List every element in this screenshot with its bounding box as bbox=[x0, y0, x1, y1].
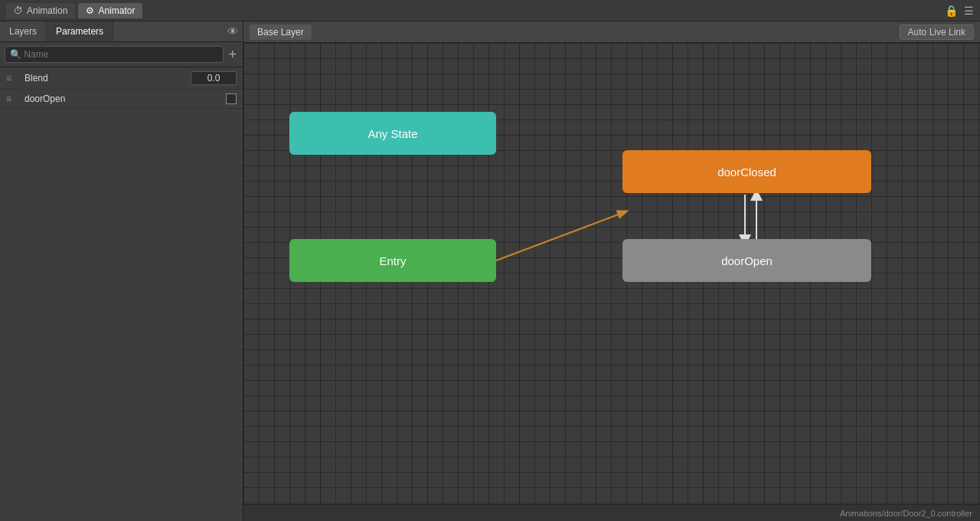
animator-tab[interactable]: ⚙ Animator bbox=[78, 3, 142, 18]
graph-canvas[interactable]: Any State Entry doorClosed doorOpen bbox=[243, 43, 980, 504]
param-item-dooropen[interactable]: ≡ doorOpen bbox=[0, 90, 243, 109]
param-blend-value[interactable] bbox=[191, 71, 237, 85]
left-panel: Layers Parameters 👁 + ≡ Blend ≡ doorOpen bbox=[0, 21, 243, 521]
param-blend-name: Blend bbox=[24, 73, 185, 84]
lock-icon[interactable]: 🔒 bbox=[945, 5, 958, 17]
param-dooropen-checkbox[interactable] bbox=[226, 93, 237, 104]
node-door-closed[interactable]: doorClosed bbox=[622, 150, 871, 193]
graph-header: Base Layer Auto Live Link bbox=[243, 21, 980, 43]
param-blend-icon: ≡ bbox=[6, 73, 18, 84]
animation-tab[interactable]: ⏱ Animation bbox=[6, 3, 75, 18]
menu-icon[interactable]: ☰ bbox=[964, 5, 974, 17]
param-dooropen-name: doorOpen bbox=[24, 93, 220, 104]
parameters-tab[interactable]: Parameters bbox=[47, 21, 113, 41]
parameter-list: ≡ Blend ≡ doorOpen bbox=[0, 67, 243, 521]
node-door-open[interactable]: doorOpen bbox=[622, 239, 871, 282]
search-input[interactable] bbox=[5, 46, 224, 63]
search-bar: + bbox=[0, 42, 243, 67]
main-layout: Layers Parameters 👁 + ≡ Blend ≡ doorOpen bbox=[0, 21, 980, 521]
status-bar: Animations/door/Door2_0.controller bbox=[243, 504, 980, 521]
param-dooropen-icon: ≡ bbox=[6, 93, 18, 104]
eye-button[interactable]: 👁 bbox=[227, 25, 238, 38]
animator-tab-icon: ⚙ bbox=[86, 5, 94, 16]
layers-tab[interactable]: Layers bbox=[0, 21, 47, 41]
param-item-blend[interactable]: ≡ Blend bbox=[0, 67, 243, 90]
animation-tab-icon: ⏱ bbox=[14, 5, 23, 16]
svg-line-2 bbox=[496, 211, 626, 260]
top-bar: ⏱ Animation ⚙ Animator 🔒 ☰ bbox=[0, 0, 980, 21]
auto-live-link-button[interactable]: Auto Live Link bbox=[900, 25, 974, 40]
breadcrumb[interactable]: Base Layer bbox=[250, 25, 312, 40]
status-text: Animations/door/Door2_0.controller bbox=[840, 509, 972, 518]
node-any-state[interactable]: Any State bbox=[289, 112, 496, 155]
add-parameter-button[interactable]: + bbox=[227, 48, 238, 61]
node-entry[interactable]: Entry bbox=[289, 239, 496, 282]
graph-panel: Base Layer Auto Live Link bbox=[243, 21, 980, 521]
top-bar-right: 🔒 ☰ bbox=[945, 5, 974, 17]
panel-tabs: Layers Parameters 👁 bbox=[0, 21, 243, 42]
animation-tab-label: Animation bbox=[27, 5, 67, 16]
animator-tab-label: Animator bbox=[98, 5, 135, 16]
